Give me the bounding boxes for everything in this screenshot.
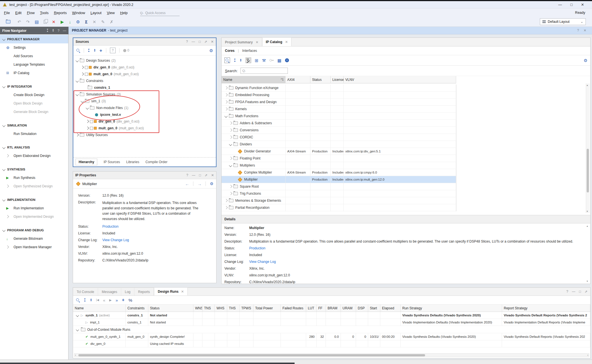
catalog-vertical-scrollbar[interactable]: ▴ ▾ [586,83,590,213]
catalog-row-multipliers[interactable]: Multipliers [222,162,456,169]
add-sources-icon[interactable]: + [100,48,102,53]
sidebar-item-open-elaborated-design[interactable]: Open Elaborated Design [0,152,68,160]
chevron-right-icon[interactable] [229,185,232,188]
tree-item-div-gen-0[interactable]: div_gen_0(div_gen_0.xci) [73,64,216,71]
tab-tcl-console[interactable]: Tcl Console [73,288,98,296]
sum-reports-icon[interactable]: Σ [85,20,87,24]
run-icon[interactable]: ▶ [61,20,64,24]
chevron-down-icon[interactable] [2,229,5,232]
tab-design-runs[interactable]: Design Runs✕ [154,287,188,296]
sidebar-item-synthesis[interactable]: SYNTHESIS [0,165,68,174]
catalog-row-memories-storage[interactable]: Memories & Storage Elements [222,197,456,204]
expand-all-icon[interactable] [90,298,92,302]
sidebar-item-rtl-analysis[interactable]: RTL ANALYSIS [0,143,68,152]
column-name[interactable]: Name [73,305,126,312]
column-wns[interactable]: WNS [193,305,202,312]
chevron-down-icon[interactable] [229,164,232,167]
catalog-row-trig-functions[interactable]: Trig Functions [222,190,456,197]
tab-ip-sources[interactable]: IP Sources [103,160,120,164]
menu-flow[interactable]: Flow [27,11,34,15]
tree-item-constraints[interactable]: Constraints [73,77,216,84]
chevron-down-icon[interactable] [76,59,79,62]
settings-gear-icon[interactable]: ⚙ [76,20,80,24]
sidebar-item-implementation[interactable]: IMPLEMENTATION [0,196,68,204]
generate-bitstream-icon[interactable]: ↓ [69,20,71,24]
chevron-right-icon[interactable] [224,94,227,97]
expand-all-icon[interactable] [240,59,242,62]
column-bram[interactable]: BRAM [326,305,341,312]
help-icon[interactable]: ? [566,290,568,294]
close-icon[interactable]: ✕ [211,40,214,44]
tab-ip-catalog[interactable]: IP Catalog ✕ [262,37,292,46]
tab-project-summary[interactable]: Project Summary ✕ [222,38,262,46]
chevron-down-icon[interactable] [76,314,79,317]
tree-item-design-sources[interactable]: Design Sources(2) [73,57,216,64]
menu-tools[interactable]: Tools [40,11,48,15]
open-project-icon[interactable] [6,20,10,23]
column-elapsed[interactable]: Elapsed [380,305,401,312]
close-icon[interactable]: ✕ [211,173,214,177]
maximize-icon[interactable]: □ [199,40,201,44]
tree-item-mult-gen-0[interactable]: mult_gen_0(mult_gen_0.xci) [73,71,216,77]
tab-compile-order[interactable]: Compile Order [145,160,167,164]
chevron-right-icon[interactable] [229,129,232,132]
column-license[interactable]: License [331,76,344,83]
chevron-right-icon[interactable] [224,86,227,90]
column-ff[interactable]: FF [317,305,326,312]
scroll-down-icon[interactable]: ▾ [587,210,588,213]
tree-item-constrs-1[interactable]: constrs_1 [73,84,216,91]
maximize-icon[interactable]: □ [199,173,201,177]
chevron-down-icon[interactable] [2,38,5,41]
menu-reports[interactable]: Reports [54,11,67,15]
column-failed-routes[interactable]: Failed Routes [281,305,306,312]
sidebar-item-create-block-design[interactable]: Create Block Design [0,91,68,99]
catalog-row-dividers[interactable]: Dividers [222,141,456,148]
gear-icon[interactable]: ⚙ [584,58,587,63]
create-run-icon[interactable]: + [122,298,124,302]
catalog-search-field[interactable] [247,68,282,73]
column-whs[interactable]: WHS [215,305,227,312]
collapse-all-icon[interactable] [88,49,90,52]
close-icon[interactable]: ✕ [584,28,586,32]
column-constraints[interactable]: Constraints [126,305,148,312]
column-uram[interactable]: URAM [341,305,356,312]
minimize-icon[interactable]: — [572,290,575,294]
sidebar-item-add-sources[interactable]: Add Sources [0,52,68,60]
chevron-right-icon[interactable] [229,122,232,125]
float-icon[interactable]: ⇗ [204,40,207,44]
search-icon[interactable] [225,58,229,62]
chevron-right-icon[interactable] [229,157,232,160]
window-maximize-button[interactable]: □ [570,3,573,7]
column-lut[interactable]: LUT [306,305,317,312]
quick-access-search[interactable]: Q- Quick Access [140,10,180,16]
sidebar-item-simulation[interactable]: SIMULATION [0,121,68,130]
column-run-strategy[interactable]: Run Strategy [401,305,502,312]
chevron-right-icon[interactable] [224,101,227,104]
back-icon[interactable]: ← [185,181,189,186]
sidebar-item-generate-bitstream[interactable]: ↓ Generate Bitstream [0,234,68,243]
column-status[interactable]: Status [148,305,193,312]
catalog-row-embedded-processing[interactable]: Embedded Processing [222,92,456,99]
catalog-row-divider-generator[interactable]: Divider Generator AXI4-StreamProductionI… [222,148,456,155]
catalog-row-multiplier-selected[interactable]: Multiplier ProductionIncludedxilinx.com:… [222,176,456,183]
catalog-row-adders-subtracters[interactable]: Adders & Subtracters [222,120,456,127]
wrench-icon[interactable]: ⚒ [262,58,266,63]
design-runs-horizontal-scrollbar[interactable]: ‹ › [74,353,589,357]
chevron-down-icon[interactable] [76,79,79,83]
chevron-down-icon[interactable] [2,85,5,88]
sidebar-item-open-hardware-manager[interactable]: Open Hardware Manager [0,243,68,251]
scrollbar-thumb[interactable] [78,354,425,356]
column-tns[interactable]: TNS [202,305,215,312]
info-icon[interactable] [285,58,289,62]
column-axi4[interactable]: AXI4 [286,76,310,83]
column-tpws[interactable]: TPWS [240,305,253,312]
close-icon[interactable]: ✕ [256,40,259,44]
close-icon[interactable]: ✕ [285,40,288,44]
window-close-button[interactable]: ✕ [581,3,584,7]
catalog-row-dynamic-function-exchange[interactable]: Dynamic Function eXchange [222,85,456,92]
report-icon[interactable]: ▤ [35,20,39,24]
chevron-down-icon[interactable] [2,168,5,171]
menu-view[interactable]: View [107,11,115,15]
help-icon[interactable]: ? [58,29,59,33]
sidebar-item-run-synthesis[interactable]: ▶ Run Synthesis [0,174,68,182]
